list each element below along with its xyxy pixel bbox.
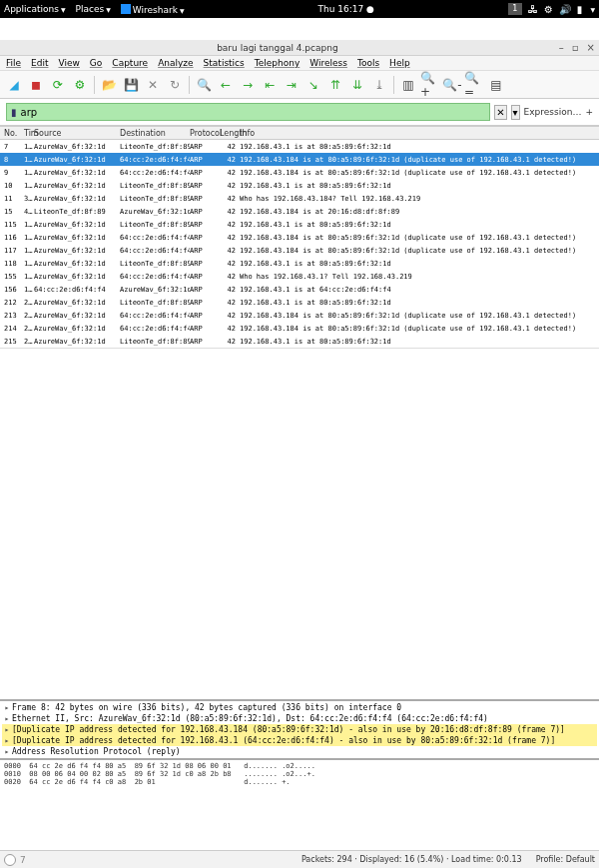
col-no[interactable]: No. — [0, 129, 24, 138]
colorize-button[interactable]: ▥ — [398, 75, 418, 95]
expand-arrow-icon[interactable]: ▸ — [2, 747, 12, 756]
window-gap — [0, 18, 599, 40]
packet-detail-line[interactable]: ▸Ethernet II, Src: AzureWav_6f:32:1d (80… — [2, 713, 597, 724]
packet-row[interactable]: 91…AzureWav_6f:32:1d64:cc:2e:d6:f4:f4ARP… — [0, 166, 599, 179]
maximize-button[interactable]: ▫ — [572, 42, 579, 53]
battery-icon[interactable]: ▮ — [577, 4, 583, 15]
col-source[interactable]: Source — [34, 129, 120, 138]
filter-text: arp — [21, 107, 38, 118]
menu-tools[interactable]: Tools — [357, 58, 379, 68]
packet-row[interactable]: 1181…AzureWav_6f:32:1dLiteonTe_df:8f:89A… — [0, 257, 599, 270]
main-toolbar: ◢ ◼ ⟳ ⚙ 📂 💾 ✕ ↻ 🔍 ← → ⇤ ⇥ ↘ ⇈ ⇊ ⤓ ▥ 🔍+ 🔍… — [0, 71, 599, 99]
packet-row[interactable]: 2142…AzureWav_6f:32:1d64:cc:2e:d6:f4:f4A… — [0, 322, 599, 335]
find-button[interactable]: 🔍 — [194, 75, 214, 95]
window-titlebar[interactable]: baru lagi tanggal 4.pcapng – ▫ × — [0, 40, 599, 56]
jump-back-button[interactable]: ⇤ — [260, 75, 280, 95]
packet-row[interactable]: 1561…64:cc:2e:d6:f4:f4AzureWav_6f:32:1dA… — [0, 283, 599, 296]
workspace-indicator[interactable]: 1 — [508, 3, 522, 15]
packet-details-pane[interactable]: ▸Frame 8: 42 bytes on wire (336 bits), 4… — [0, 701, 599, 760]
menu-bar: File Edit View Go Capture Analyze Statis… — [0, 56, 599, 71]
packet-row[interactable]: 113…AzureWav_6f:32:1dLiteonTe_df:8f:89AR… — [0, 192, 599, 205]
expert-info-icon[interactable] — [4, 854, 16, 866]
packet-row[interactable]: 101…AzureWav_6f:32:1dLiteonTe_df:8f:89AR… — [0, 179, 599, 192]
packet-row[interactable]: 154…LiteonTe_df:8f:89AzureWav_6f:32:1dAR… — [0, 205, 599, 218]
expand-arrow-icon[interactable]: ▸ — [2, 725, 12, 734]
filter-plus-button[interactable]: + — [585, 107, 593, 117]
packet-row[interactable]: 2132…AzureWav_6f:32:1d64:cc:2e:d6:f4:f4A… — [0, 309, 599, 322]
close-button[interactable]: × — [587, 42, 595, 53]
expand-arrow-icon[interactable]: ▸ — [2, 714, 12, 723]
network-icon[interactable]: 🖧 — [528, 4, 538, 15]
packet-row[interactable]: 81…AzureWav_6f:32:1d64:cc:2e:d6:f4:f4ARP… — [0, 153, 599, 166]
toolbar-separator — [189, 76, 190, 94]
packet-row[interactable]: 71…AzureWav_6f:32:1dLiteonTe_df:8f:89ARP… — [0, 140, 599, 153]
open-file-button[interactable]: 📂 — [99, 75, 119, 95]
zoom-in-button[interactable]: 🔍+ — [420, 75, 440, 95]
menu-view[interactable]: View — [59, 58, 80, 68]
goto-button[interactable]: ↘ — [303, 75, 323, 95]
display-filter-input[interactable]: ▮ arp — [6, 103, 490, 121]
reload-button[interactable]: ↻ — [165, 75, 185, 95]
menu-capture[interactable]: Capture — [112, 58, 148, 68]
chevron-down-icon[interactable]: ▼ — [590, 6, 595, 13]
close-file-button[interactable]: ✕ — [143, 75, 163, 95]
menu-file[interactable]: File — [6, 58, 21, 68]
filter-clear-button[interactable]: ✕ — [494, 105, 506, 120]
auto-scroll-button[interactable]: ⤓ — [369, 75, 389, 95]
col-protocol[interactable]: Protocol — [190, 129, 220, 138]
col-destination[interactable]: Destination — [120, 129, 190, 138]
filter-expression-button[interactable]: Expression… — [524, 107, 582, 117]
minimize-button[interactable]: – — [559, 42, 564, 53]
status-bar: 7 Packets: 294 · Displayed: 16 (5.4%) · … — [0, 850, 599, 868]
first-button[interactable]: ⇈ — [325, 75, 345, 95]
zoom-reset-button[interactable]: 🔍= — [464, 75, 484, 95]
packet-detail-warning[interactable]: ▸[Duplicate IP address detected for 192.… — [2, 735, 597, 746]
menu-analyze[interactable]: Analyze — [158, 58, 193, 68]
last-button[interactable]: ⇊ — [347, 75, 367, 95]
clock[interactable]: Thu 16:17 ● — [185, 4, 508, 14]
places-menu[interactable]: Places▼ — [76, 4, 111, 14]
filter-history-button[interactable]: ▾ — [511, 105, 520, 120]
next-button[interactable]: → — [238, 75, 258, 95]
expand-arrow-icon[interactable]: ▸ — [2, 736, 12, 745]
hex-line: 0020 64 cc 2e d6 f4 f4 c0 a8 2b 01 d....… — [4, 778, 595, 786]
packet-row[interactable]: 2122…AzureWav_6f:32:1dLiteonTe_df:8f:89A… — [0, 296, 599, 309]
vpn-icon[interactable]: ⚙ — [544, 4, 553, 15]
applications-menu[interactable]: Applications▼ — [4, 4, 66, 14]
options-button[interactable]: ⚙ — [70, 75, 90, 95]
toolbar-separator — [393, 76, 394, 94]
menu-telephony[interactable]: Telephony — [255, 58, 300, 68]
menu-wireless[interactable]: Wireless — [309, 58, 347, 68]
zoom-out-button[interactable]: 🔍- — [442, 75, 462, 95]
packet-row[interactable]: 2152…AzureWav_6f:32:1dLiteonTe_df:8f:89A… — [0, 335, 599, 348]
packet-row[interactable]: 1171…AzureWav_6f:32:1d64:cc:2e:d6:f4:f4A… — [0, 244, 599, 257]
packet-row[interactable]: 1161…AzureWav_6f:32:1d64:cc:2e:d6:f4:f4A… — [0, 231, 599, 244]
restart-capture-button[interactable]: ⟳ — [48, 75, 68, 95]
wireshark-icon — [121, 4, 131, 14]
packet-detail-line[interactable]: ▸Address Resolution Protocol (reply) — [2, 746, 597, 757]
menu-go[interactable]: Go — [90, 58, 102, 68]
menu-edit[interactable]: Edit — [31, 58, 48, 68]
status-profile[interactable]: Profile: Default — [536, 855, 595, 864]
packet-row[interactable]: 1551…AzureWav_6f:32:1d64:cc:2e:d6:f4:f4A… — [0, 270, 599, 283]
resize-columns-button[interactable]: ▤ — [486, 75, 506, 95]
stop-capture-button[interactable]: ◼ — [26, 75, 46, 95]
app-menu[interactable]: Wireshark▼ — [121, 4, 185, 15]
packet-row[interactable]: 1151…AzureWav_6f:32:1dLiteonTe_df:8f:89A… — [0, 218, 599, 231]
packet-list-header[interactable]: No. Tim Source Destination Protocol Leng… — [0, 126, 599, 140]
packet-detail-warning[interactable]: ▸[Duplicate IP address detected for 192.… — [2, 724, 597, 735]
prev-button[interactable]: ← — [216, 75, 236, 95]
hex-dump-pane[interactable]: 0000 64 cc 2e d6 f4 f4 80 a5 89 6f 32 1d… — [0, 760, 599, 850]
expand-arrow-icon[interactable]: ▸ — [2, 703, 12, 712]
packet-detail-line[interactable]: ▸Frame 8: 42 bytes on wire (336 bits), 4… — [2, 702, 597, 713]
menu-statistics[interactable]: Statistics — [204, 58, 245, 68]
start-capture-button[interactable]: ◢ — [4, 75, 24, 95]
packet-list[interactable]: 71…AzureWav_6f:32:1dLiteonTe_df:8f:89ARP… — [0, 140, 599, 348]
menu-help[interactable]: Help — [389, 58, 410, 68]
volume-icon[interactable]: 🔊 — [559, 4, 571, 15]
col-time[interactable]: Tim — [24, 129, 34, 138]
save-button[interactable]: 💾 — [121, 75, 141, 95]
col-length[interactable]: Length — [220, 129, 236, 138]
jump-fwd-button[interactable]: ⇥ — [282, 75, 301, 95]
col-info[interactable]: Info — [236, 129, 599, 138]
